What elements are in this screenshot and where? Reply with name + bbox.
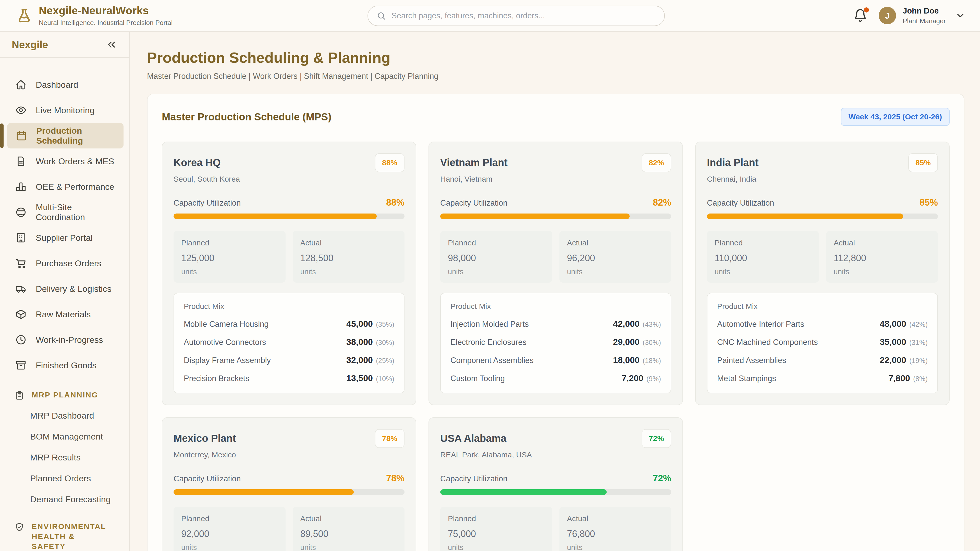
sidebar-item-label: OEE & Performance: [36, 182, 115, 192]
page-title: Production Scheduling & Planning: [147, 49, 964, 66]
capacity-progress-fill: [707, 213, 903, 219]
planned-label: Planned: [181, 514, 278, 523]
sidebar-section-ehs: ENVIRONMENTAL HEALTH & SAFETY: [0, 510, 118, 551]
actual-panel: Actual 76,800 units: [559, 507, 671, 551]
plant-card-india: India Plant 85% Chennai, India Capacity …: [695, 141, 950, 405]
product-mix-row: Precision Brackets13,500(10%): [184, 373, 394, 383]
mps-title: Master Production Schedule (MPS): [162, 111, 331, 123]
utilization-badge: 85%: [908, 153, 938, 172]
actual-label: Actual: [301, 238, 397, 247]
units-label: units: [301, 268, 397, 276]
capacity-label: Capacity Utilization: [440, 474, 508, 483]
sidebar-item-mrp-dashboard[interactable]: MRP Dashboard: [0, 405, 129, 426]
utilization-badge: 82%: [641, 153, 671, 172]
global-search[interactable]: [368, 6, 665, 26]
plant-name: USA Alabama: [440, 429, 506, 444]
sidebar-item-label: Production Scheduling: [36, 126, 113, 146]
actual-label: Actual: [567, 514, 664, 523]
planned-value: 75,000: [448, 529, 545, 539]
actual-value: 76,800: [567, 529, 664, 539]
active-indicator: [0, 124, 3, 148]
units-label: units: [448, 543, 545, 551]
product-mix-row: Electronic Enclosures29,000(30%): [450, 337, 661, 347]
plant-card-korea-hq: Korea HQ 88% Seoul, South Korea Capacity…: [162, 141, 416, 405]
bar-chart-icon: [15, 181, 27, 192]
capacity-progress: [440, 489, 671, 495]
sidebar-item-wip[interactable]: Work-in-Progress: [0, 327, 129, 353]
planned-label: Planned: [714, 238, 811, 247]
plant-name: Vietnam Plant: [440, 153, 508, 168]
sidebar-item-demand-forecasting[interactable]: Demand Forecasting: [0, 489, 129, 510]
sidebar-item-label: Raw Materials: [36, 310, 91, 319]
capacity-progress: [707, 213, 938, 219]
sidebar-section-mrp-planning: MRP PLANNING: [0, 378, 129, 405]
plant-name: India Plant: [707, 153, 759, 168]
truck-icon: [15, 283, 27, 294]
plant-location: Hanoi, Vietnam: [440, 175, 671, 183]
units-label: units: [181, 543, 278, 551]
sidebar-item-live-monitoring[interactable]: Live Monitoring: [0, 97, 129, 123]
product-mix-row: Automotive Connectors38,000(30%): [184, 337, 394, 347]
top-header: Nexgile-NeuralWorks Neural Intelligence.…: [0, 0, 980, 32]
sidebar-item-purchase-orders[interactable]: Purchase Orders: [0, 251, 129, 276]
avatar: J: [879, 7, 896, 24]
actual-value: 112,800: [834, 253, 931, 264]
capacity-value: 85%: [920, 197, 938, 208]
product-mix-row: Custom Tooling7,200(9%): [450, 373, 661, 383]
globe-icon: [15, 206, 27, 218]
sidebar-item-label: Dashboard: [36, 80, 78, 90]
planned-panel: Planned 125,000 units: [173, 231, 286, 283]
section-label: MRP PLANNING: [32, 390, 98, 400]
plant-card-mexico: Mexico Plant 78% Monterrey, Mexico Capac…: [162, 417, 416, 551]
planned-value: 92,000: [181, 529, 278, 539]
actual-label: Actual: [301, 514, 397, 523]
package-icon: [15, 309, 27, 320]
sidebar-item-work-orders-mes[interactable]: Work Orders & MES: [0, 148, 129, 174]
notifications-button[interactable]: [853, 8, 867, 23]
app-brand: Nexgile-NeuralWorks Neural Intelligence.…: [16, 5, 173, 27]
sidebar-brand: Nexgile: [12, 39, 48, 51]
archive-icon: [15, 360, 27, 371]
sidebar-item-delivery-logistics[interactable]: Delivery & Logistics: [0, 276, 129, 302]
sidebar-item-dashboard[interactable]: Dashboard: [0, 72, 129, 97]
capacity-progress: [173, 489, 404, 495]
capacity-value: 78%: [386, 473, 404, 484]
sidebar-item-mrp-results[interactable]: MRP Results: [0, 447, 129, 468]
actual-value: 96,200: [567, 253, 664, 264]
units-label: units: [448, 268, 545, 276]
sidebar-item-label: Supplier Portal: [36, 233, 93, 243]
planned-label: Planned: [448, 514, 545, 523]
capacity-label: Capacity Utilization: [707, 198, 774, 208]
planned-panel: Planned 92,000 units: [173, 507, 286, 551]
sidebar-item-multi-site[interactable]: Multi-Site Coordination: [0, 200, 129, 225]
sidebar-item-bom-management[interactable]: BOM Management: [0, 426, 129, 447]
collapse-sidebar-icon[interactable]: [106, 39, 118, 51]
capacity-progress-fill: [440, 489, 607, 495]
sidebar-item-planned-orders[interactable]: Planned Orders: [0, 468, 129, 489]
sidebar-item-finished-goods[interactable]: Finished Goods: [0, 353, 129, 378]
planned-panel: Planned 98,000 units: [440, 231, 552, 283]
capacity-value: 72%: [653, 473, 671, 484]
actual-label: Actual: [567, 238, 664, 247]
sidebar-item-production-scheduling[interactable]: Production Scheduling: [7, 123, 124, 148]
app-title: Nexgile-NeuralWorks: [39, 5, 173, 17]
product-mix-box: Product Mix Injection Molded Parts42,000…: [440, 293, 671, 393]
product-mix-box: Product Mix Automotive Interior Parts48,…: [707, 293, 938, 393]
capacity-label: Capacity Utilization: [440, 198, 508, 208]
search-input[interactable]: [391, 11, 655, 21]
sidebar-item-raw-materials[interactable]: Raw Materials: [0, 302, 129, 327]
plant-card-vietnam: Vietnam Plant 82% Hanoi, Vietnam Capacit…: [428, 141, 683, 405]
plant-card-usa-alabama: USA Alabama 72% REAL Park, Alabama, USA …: [428, 417, 683, 551]
mps-panel: Master Production Schedule (MPS) Week 43…: [147, 94, 964, 551]
sidebar-item-oee-performance[interactable]: OEE & Performance: [0, 174, 129, 200]
product-mix-row: Injection Molded Parts42,000(43%): [450, 319, 661, 329]
user-menu[interactable]: J John Doe Plant Manager: [879, 6, 966, 25]
sidebar-item-supplier-portal[interactable]: Supplier Portal: [0, 225, 129, 251]
user-role: Plant Manager: [903, 17, 946, 25]
product-mix-label: Product Mix: [184, 302, 394, 311]
capacity-progress-fill: [173, 213, 377, 219]
plant-location: Chennai, India: [707, 175, 938, 183]
utilization-badge: 72%: [641, 429, 671, 448]
capacity-value: 88%: [386, 197, 404, 208]
building-icon: [15, 232, 27, 243]
